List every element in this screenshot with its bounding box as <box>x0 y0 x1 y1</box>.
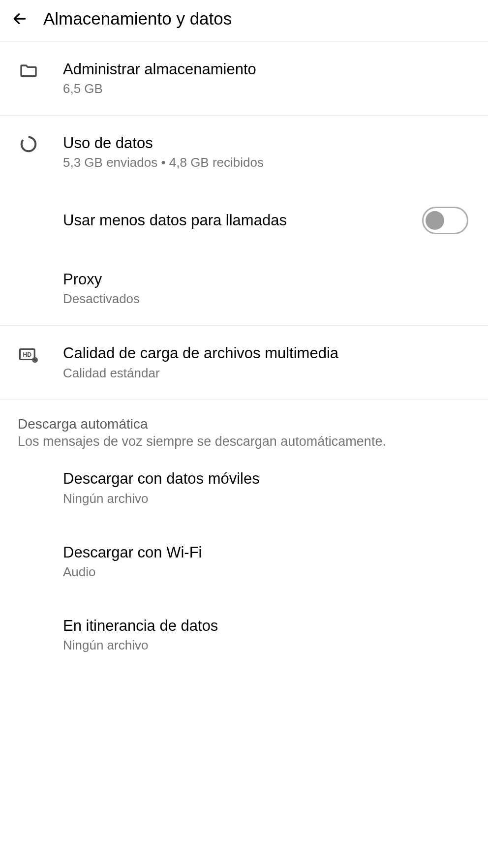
auto-download-section-title: Descarga automática <box>18 416 468 432</box>
roaming-subtitle: Ningún archivo <box>63 637 468 654</box>
auto-download-section: Descarga automática Los mensajes de voz … <box>0 400 488 671</box>
wifi-subtitle: Audio <box>63 564 468 581</box>
roaming-item[interactable]: En itinerancia de datos Ningún archivo <box>0 598 488 672</box>
mobile-data-title: Descargar con datos móviles <box>63 469 468 489</box>
media-quality-item[interactable]: HD Calidad de carga de archivos multimed… <box>0 326 488 399</box>
manage-storage-title: Administrar almacenamiento <box>63 60 468 79</box>
toggle-thumb <box>426 211 444 230</box>
back-button[interactable] <box>10 9 30 29</box>
mobile-data-subtitle: Ningún archivo <box>63 491 468 507</box>
roaming-title: En itinerancia de datos <box>63 616 468 636</box>
data-usage-subtitle: 5,3 GB enviados • 4,8 GB recibidos <box>63 155 468 171</box>
page-title: Almacenamiento y datos <box>43 9 232 29</box>
proxy-item[interactable]: Proxy Desactivados <box>0 252 488 325</box>
wifi-item[interactable]: Descargar con Wi-Fi Audio <box>0 525 488 598</box>
svg-point-1 <box>22 137 36 152</box>
manage-storage-item[interactable]: Administrar almacenamiento 6,5 GB <box>0 42 488 115</box>
hd-icon: HD <box>18 343 39 365</box>
proxy-title: Proxy <box>63 270 468 289</box>
data-usage-item[interactable]: Uso de datos 5,3 GB enviados • 4,8 GB re… <box>0 116 488 189</box>
less-data-title: Usar menos datos para llamadas <box>63 211 422 230</box>
media-quality-title: Calidad de carga de archivos multimedia <box>63 343 468 363</box>
wifi-title: Descargar con Wi-Fi <box>63 543 468 562</box>
manage-storage-subtitle: 6,5 GB <box>63 81 468 97</box>
storage-section: Administrar almacenamiento 6,5 GB <box>0 42 488 116</box>
data-usage-title: Uso de datos <box>63 133 468 153</box>
data-section: Uso de datos 5,3 GB enviados • 4,8 GB re… <box>0 116 488 326</box>
less-data-toggle[interactable] <box>422 207 468 234</box>
proxy-subtitle: Desactivados <box>63 291 468 308</box>
svg-text:HD: HD <box>23 352 32 359</box>
media-quality-section: HD Calidad de carga de archivos multimed… <box>0 326 488 400</box>
media-quality-subtitle: Calidad estándar <box>63 365 468 382</box>
header: Almacenamiento y datos <box>0 0 488 42</box>
data-usage-icon <box>18 133 39 155</box>
mobile-data-item[interactable]: Descargar con datos móviles Ningún archi… <box>0 454 488 525</box>
arrow-back-icon <box>12 11 28 27</box>
svg-point-5 <box>34 359 36 361</box>
less-data-item[interactable]: Usar menos datos para llamadas <box>0 189 488 252</box>
folder-icon <box>18 60 39 81</box>
auto-download-header: Descarga automática Los mensajes de voz … <box>0 400 488 454</box>
auto-download-section-description: Los mensajes de voz siempre se descargan… <box>18 433 468 450</box>
